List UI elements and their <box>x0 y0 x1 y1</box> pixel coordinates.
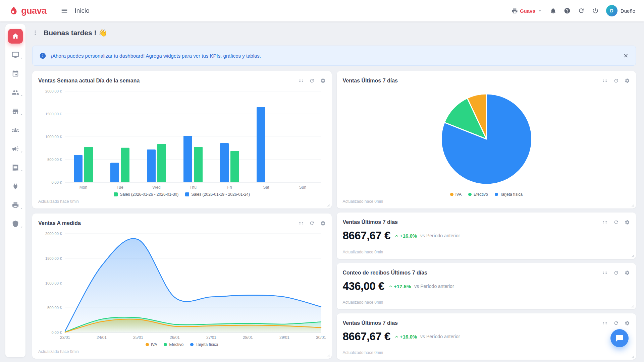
megaphone-icon <box>12 145 19 153</box>
topbar: guava Inicio Guava D Dueño <box>0 0 644 21</box>
gear-icon[interactable] <box>625 270 630 276</box>
sidebar-item-shield[interactable] <box>8 217 23 231</box>
updated-label: Actualizado hace 0min <box>343 199 630 205</box>
refresh-icon <box>578 7 585 14</box>
refresh-icon[interactable] <box>613 270 619 276</box>
drag-handle-icon[interactable] <box>602 78 608 83</box>
chart-legend: Sales (2026-01-26 - 2026-01-30)Sales (20… <box>38 191 326 198</box>
updated-label: Actualizado hace 0min <box>38 199 326 205</box>
kpi-trend: +16.0% <box>394 334 417 340</box>
resize-handle-icon[interactable] <box>326 203 330 207</box>
sidebar-item-receipt[interactable] <box>8 160 23 175</box>
legend-item[interactable]: IVA <box>146 342 157 347</box>
svg-text:0,00 €: 0,00 € <box>51 330 62 335</box>
kpi-comparison-label: vs Período anterior <box>414 284 454 289</box>
menu-toggle-button[interactable] <box>61 7 68 14</box>
refresh-icon[interactable] <box>309 78 315 83</box>
help-button[interactable] <box>564 7 571 14</box>
svg-text:30/01: 30/01 <box>316 335 326 340</box>
resize-handle-icon[interactable] <box>630 304 634 308</box>
updated-label: Actualizado hace 0min <box>343 300 630 306</box>
svg-text:Fri: Fri <box>227 185 232 190</box>
gear-icon[interactable] <box>320 78 326 83</box>
chevron-down-icon <box>20 113 23 116</box>
gear-icon[interactable] <box>625 220 630 225</box>
plug-icon <box>12 183 19 190</box>
sidebar-item-home[interactable] <box>8 29 23 44</box>
gear-icon[interactable] <box>625 78 630 83</box>
svg-text:Mon: Mon <box>79 185 87 190</box>
power-icon <box>592 7 599 14</box>
sidebar-item-team[interactable] <box>8 123 23 137</box>
kpi-value: 436,00 € <box>343 280 384 293</box>
chat-fab-button[interactable] <box>610 329 629 347</box>
legend-item[interactable]: Efectivo <box>468 192 488 197</box>
banner-close-button[interactable] <box>623 53 629 59</box>
trend-up-icon <box>394 233 399 239</box>
drag-handle-icon[interactable] <box>602 320 608 326</box>
sidebar-item-calendar[interactable] <box>8 66 23 81</box>
sidebar-item-people[interactable] <box>8 85 23 100</box>
resize-handle-icon[interactable] <box>326 353 330 357</box>
drag-handle-icon[interactable] <box>298 221 304 226</box>
user-menu[interactable]: D Dueño <box>606 5 635 16</box>
kpi-value: 8667,67 € <box>343 229 390 242</box>
drag-handle-icon[interactable] <box>602 270 608 276</box>
gear-icon[interactable] <box>625 320 630 326</box>
refresh-icon[interactable] <box>309 221 315 226</box>
svg-text:23/01: 23/01 <box>60 335 70 340</box>
svg-text:26/01: 26/01 <box>170 335 180 340</box>
calendar-icon <box>12 70 19 77</box>
page-title: Inicio <box>75 7 90 14</box>
app-logo[interactable]: guava <box>9 6 47 16</box>
resize-handle-icon[interactable] <box>630 354 634 358</box>
kebab-menu-icon[interactable] <box>32 30 38 36</box>
avatar: D <box>606 5 618 16</box>
store-icon <box>12 108 19 115</box>
sync-button[interactable] <box>578 7 585 14</box>
svg-text:Wed: Wed <box>152 185 160 190</box>
sidebar-item-plug[interactable] <box>8 179 23 194</box>
refresh-icon[interactable] <box>613 78 619 83</box>
sidebar-item-store[interactable] <box>8 104 23 119</box>
info-icon <box>39 52 46 59</box>
sidebar-item-monitor[interactable] <box>8 48 23 62</box>
chevron-down-icon <box>20 225 23 229</box>
logout-button[interactable] <box>592 7 599 14</box>
banner-text: ¡Ahora puedes personalizar tu dashboard!… <box>51 53 261 59</box>
legend-item[interactable]: Tarjeta física <box>190 342 218 347</box>
legend-item[interactable]: Efectivo <box>164 342 183 347</box>
svg-text:2000,00 €: 2000,00 € <box>45 232 62 236</box>
greeting-title: Buenas tardes ! 👋 <box>44 29 107 37</box>
resize-handle-icon[interactable] <box>630 253 634 258</box>
svg-text:24/01: 24/01 <box>97 335 107 340</box>
kpi-delta: +16.0% <box>400 334 417 340</box>
topbar-actions: Guava D Dueño <box>512 5 635 16</box>
gear-icon[interactable] <box>320 221 326 226</box>
legend-item[interactable]: IVA <box>450 192 462 197</box>
drag-handle-icon[interactable] <box>298 78 304 83</box>
chevron-down-icon <box>20 206 23 210</box>
guava-logo-icon <box>9 6 19 16</box>
svg-text:500,00 €: 500,00 € <box>47 158 62 162</box>
refresh-icon[interactable] <box>613 320 619 326</box>
drag-handle-icon[interactable] <box>602 220 608 225</box>
sidebar-item-printer[interactable] <box>8 198 23 213</box>
resize-handle-icon[interactable] <box>630 203 634 207</box>
legend-item[interactable]: Sales (2026-01-26 - 2026-01-30) <box>114 192 178 197</box>
kpi-delta: +17.5% <box>394 284 411 289</box>
legend-item[interactable]: Sales (2026-01-19 - 2026-01-24) <box>185 192 250 197</box>
refresh-icon[interactable] <box>613 220 619 225</box>
app-name: guava <box>21 6 47 16</box>
dashboard-grid: Ventas Semana actual Día de la semana 0,… <box>32 71 636 360</box>
svg-text:0,00 €: 0,00 € <box>51 180 62 184</box>
left-column: Ventas Semana actual Día de la semana 0,… <box>32 71 332 360</box>
legend-item[interactable]: Tarjeta física <box>495 192 523 197</box>
updated-label: Actualizado hace 0min <box>343 250 630 256</box>
sidebar-item-megaphone[interactable] <box>8 141 23 156</box>
printer-icon <box>512 8 518 14</box>
trend-up-icon <box>394 334 399 340</box>
store-selector[interactable]: Guava <box>512 8 542 14</box>
notifications-button[interactable] <box>550 7 556 14</box>
widget-title: Conteo de recibos Últimos 7 días <box>343 270 428 276</box>
